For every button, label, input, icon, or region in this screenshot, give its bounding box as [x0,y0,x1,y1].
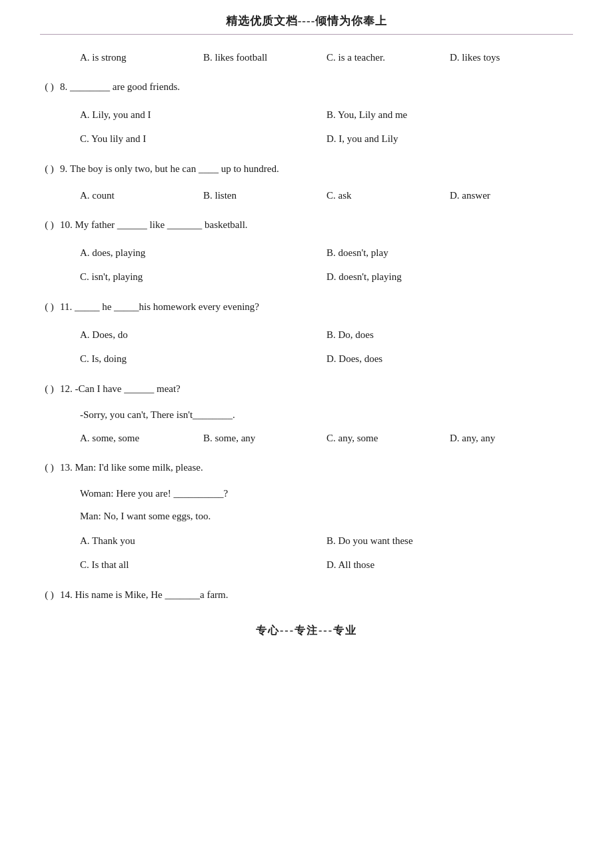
q11-options: A. Does, do B. Do, does C. Is, doing D. … [40,323,573,371]
list-item: D. doesn't, playing [326,265,573,289]
list-item: C. Is, doing [80,347,326,371]
list-item: D. I, you and Lily [326,127,573,151]
list-item: D. answer [450,185,573,207]
question-9: ( ) 9. The boy is only two, but he can _… [40,160,573,207]
stem-text: The boy is only two, but he can ____ up … [70,160,573,178]
list-item: B. Do you want these [326,529,573,553]
prev-options-block: A. is strong B. likes football C. is a t… [40,47,573,69]
question-number: 13. [60,459,73,477]
list-item: B. listen [203,185,326,207]
question-14-stem: ( ) 14. His name is Mike, He _______a fa… [40,586,573,604]
list-item: A. Lily, you and I [80,103,326,127]
list-item: C. You lily and I [80,127,326,151]
answer-paren: ( ) [40,459,59,477]
list-item: D. Does, does [326,347,573,371]
list-item: A. does, playing [80,241,326,265]
q12-options: A. some, some B. some, any C. any, some … [40,427,573,449]
stem-text: _____ he _____his homework every evening… [75,298,573,316]
list-item: C. is a teacher. [326,47,450,69]
question-number: 12. [60,380,73,398]
question-11: ( ) 11. _____ he _____his homework every… [40,298,573,371]
question-13: ( ) 13. Man: I'd like some milk, please.… [40,459,573,577]
question-12: ( ) 12. -Can I have ______ meat? -Sorry,… [40,380,573,449]
q13-subline-2: Man: No, I want some eggs, too. [40,506,573,526]
q8-options: A. Lily, you and I B. You, Lily and me C… [40,103,573,151]
question-12-stem: ( ) 12. -Can I have ______ meat? [40,380,573,398]
list-item: D. any, any [450,427,573,449]
question-number: 9. [60,160,67,178]
list-item: B. some, any [203,427,326,449]
list-item: C. Is that all [80,553,326,577]
list-item: A. Thank you [80,529,326,553]
list-item: A. is strong [80,47,203,69]
stem-text: His name is Mike, He _______a farm. [75,586,574,604]
question-number: 14. [60,586,73,604]
stem-text: Man: I'd like some milk, please. [75,459,574,477]
list-item: B. Do, does [326,323,573,347]
footer-text: 专心---专注---专业 [40,624,573,638]
answer-paren: ( ) [40,160,59,178]
list-item: A. count [80,185,203,207]
q13-options: A. Thank you B. Do you want these C. Is … [40,529,573,577]
question-8-stem: ( ) 8. ________ are good friends. [40,78,573,96]
question-10-stem: ( ) 10. My father ______ like _______ ba… [40,216,573,234]
answer-paren: ( ) [40,586,59,604]
list-item: D. All those [326,553,573,577]
answer-paren: ( ) [40,380,59,398]
list-item: D. likes toys [450,47,573,69]
stem-text: -Can I have ______ meat? [75,380,574,398]
list-item: A. Does, do [80,323,326,347]
prev-options-row: A. is strong B. likes football C. is a t… [40,47,573,69]
q10-options: A. does, playing B. doesn't, play C. isn… [40,241,573,289]
stem-text: ________ are good friends. [70,78,573,96]
answer-paren: ( ) [40,298,59,316]
question-8: ( ) 8. ________ are good friends. A. Lil… [40,78,573,151]
question-14: ( ) 14. His name is Mike, He _______a fa… [40,586,573,604]
question-10: ( ) 10. My father ______ like _______ ba… [40,216,573,289]
list-item: C. isn't, playing [80,265,326,289]
list-item: C. ask [326,185,450,207]
question-9-stem: ( ) 9. The boy is only two, but he can _… [40,160,573,178]
q12-subline: -Sorry, you can't, There isn't________. [40,405,573,425]
question-number: 10. [60,216,73,234]
question-13-stem: ( ) 13. Man: I'd like some milk, please. [40,459,573,477]
question-number: 11. [60,298,72,316]
list-item: A. some, some [80,427,203,449]
list-item: B. doesn't, play [326,241,573,265]
header-divider [40,34,573,35]
answer-paren: ( ) [40,78,59,96]
answer-paren: ( ) [40,216,59,234]
q9-options: A. count B. listen C. ask D. answer [40,185,573,207]
list-item: C. any, some [326,427,450,449]
list-item: B. You, Lily and me [326,103,573,127]
page-title: 精选优质文档----倾情为你奉上 [40,0,573,34]
question-number: 8. [60,78,67,96]
stem-text: My father ______ like _______ basketball… [75,216,574,234]
list-item: B. likes football [203,47,326,69]
q13-subline-1: Woman: Here you are! __________? [40,483,573,503]
question-11-stem: ( ) 11. _____ he _____his homework every… [40,298,573,316]
